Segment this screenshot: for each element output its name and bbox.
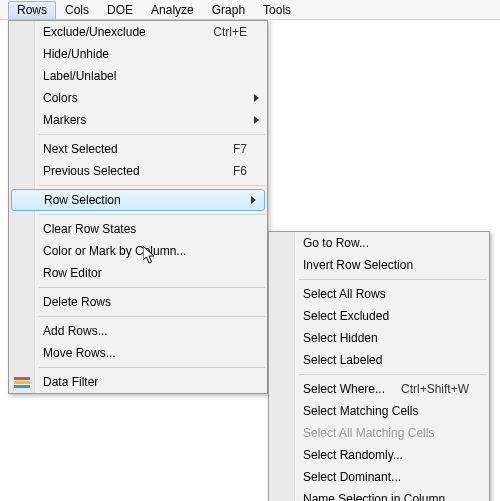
menu-label: Select All Matching Cells xyxy=(303,426,469,440)
menu-item-next-selected[interactable]: Next Selected F7 xyxy=(9,138,267,160)
menu-label: Select Hidden xyxy=(303,331,469,345)
svg-rect-0 xyxy=(14,377,30,380)
menu-label: Row Editor xyxy=(43,266,247,280)
menu-label: Previous Selected xyxy=(43,164,225,178)
menubar-label: Tools xyxy=(263,3,291,17)
chevron-right-icon xyxy=(251,196,256,204)
menu-item-row-selection[interactable]: Row Selection xyxy=(11,189,265,211)
menu-item-label-unlabel[interactable]: Label/Unlabel xyxy=(9,65,267,87)
menu-item-colors[interactable]: Colors xyxy=(9,87,267,109)
menu-item-markers[interactable]: Markers xyxy=(9,109,267,131)
menu-item-invert-row-selection[interactable]: Invert Row Selection xyxy=(269,254,489,276)
menu-label: Select All Rows xyxy=(303,287,469,301)
menu-item-select-labeled[interactable]: Select Labeled xyxy=(269,349,489,371)
svg-rect-1 xyxy=(14,381,30,384)
rows-menu: Exclude/Unexclude Ctrl+E Hide/Unhide Lab… xyxy=(8,20,268,394)
menu-item-go-to-row[interactable]: Go to Row... xyxy=(269,232,489,254)
menu-label: Select Excluded xyxy=(303,309,469,323)
menu-item-select-dominant[interactable]: Select Dominant... xyxy=(269,466,489,488)
svg-rect-2 xyxy=(14,385,30,388)
menubar-item-cols[interactable]: Cols xyxy=(56,1,98,19)
menu-label: Clear Row States xyxy=(43,222,247,236)
menubar-label: Rows xyxy=(17,3,47,17)
menubar-item-rows[interactable]: Rows xyxy=(8,1,56,19)
menu-item-move-rows[interactable]: Move Rows... xyxy=(9,342,267,364)
menu-separator xyxy=(39,185,265,186)
menu-shortcut: F7 xyxy=(233,142,247,156)
menubar-label: Graph xyxy=(212,3,245,17)
menu-separator xyxy=(39,134,265,135)
menu-item-select-hidden[interactable]: Select Hidden xyxy=(269,327,489,349)
menu-item-hide-unhide[interactable]: Hide/Unhide xyxy=(9,43,267,65)
menu-label: Select Dominant... xyxy=(303,470,469,484)
menu-item-previous-selected[interactable]: Previous Selected F6 xyxy=(9,160,267,182)
menu-item-clear-row-states[interactable]: Clear Row States xyxy=(9,218,267,240)
menu-separator xyxy=(299,374,487,375)
menu-item-exclude-unexclude[interactable]: Exclude/Unexclude Ctrl+E xyxy=(9,21,267,43)
menu-label: Row Selection xyxy=(44,193,246,207)
menu-item-delete-rows[interactable]: Delete Rows xyxy=(9,291,267,313)
menu-label: Data Filter xyxy=(43,375,247,389)
menubar-label: DOE xyxy=(107,3,133,17)
menu-label: Select Matching Cells xyxy=(303,404,469,418)
menu-separator xyxy=(39,287,265,288)
menu-label: Color or Mark by Column... xyxy=(43,244,247,258)
menu-item-select-all-rows[interactable]: Select All Rows xyxy=(269,283,489,305)
menubar-item-doe[interactable]: DOE xyxy=(98,1,142,19)
menubar-label: Analyze xyxy=(151,3,194,17)
menu-label: Name Selection in Column... xyxy=(303,492,469,501)
data-filter-icon xyxy=(13,373,31,391)
menu-label: Next Selected xyxy=(43,142,225,156)
menubar-label: Cols xyxy=(65,3,89,17)
menu-item-select-where[interactable]: Select Where... Ctrl+Shift+W xyxy=(269,378,489,400)
menu-label: Hide/Unhide xyxy=(43,47,247,61)
chevron-right-icon xyxy=(254,94,259,102)
menu-separator xyxy=(39,316,265,317)
menu-label: Add Rows... xyxy=(43,324,247,338)
menu-item-select-all-matching-cells: Select All Matching Cells xyxy=(269,422,489,444)
menu-item-select-excluded[interactable]: Select Excluded xyxy=(269,305,489,327)
menu-item-color-or-mark-by-column[interactable]: Color or Mark by Column... xyxy=(9,240,267,262)
menu-label: Move Rows... xyxy=(43,346,247,360)
menu-label: Colors xyxy=(43,91,247,105)
menu-separator xyxy=(39,367,265,368)
menu-label: Exclude/Unexclude xyxy=(43,25,205,39)
menu-item-select-matching-cells[interactable]: Select Matching Cells xyxy=(269,400,489,422)
menu-item-row-editor[interactable]: Row Editor xyxy=(9,262,267,284)
menubar: Rows Cols DOE Analyze Graph Tools xyxy=(0,0,500,20)
menu-label: Go to Row... xyxy=(303,236,469,250)
menu-shortcut: Ctrl+Shift+W xyxy=(401,382,469,396)
menu-separator xyxy=(299,279,487,280)
menu-shortcut: Ctrl+E xyxy=(213,25,247,39)
menu-item-add-rows[interactable]: Add Rows... xyxy=(9,320,267,342)
menu-label: Invert Row Selection xyxy=(303,258,469,272)
menubar-item-graph[interactable]: Graph xyxy=(203,1,254,19)
menu-item-name-selection-in-column[interactable]: Name Selection in Column... xyxy=(269,488,489,501)
menubar-item-analyze[interactable]: Analyze xyxy=(142,1,203,19)
menu-item-select-randomly[interactable]: Select Randomly... xyxy=(269,444,489,466)
menubar-item-tools[interactable]: Tools xyxy=(254,1,300,19)
menu-label: Delete Rows xyxy=(43,295,247,309)
row-selection-submenu: Go to Row... Invert Row Selection Select… xyxy=(268,231,490,501)
menu-label: Select Labeled xyxy=(303,353,469,367)
menu-shortcut: F6 xyxy=(233,164,247,178)
menu-label: Select Where... xyxy=(303,382,393,396)
chevron-right-icon xyxy=(254,116,259,124)
menu-label: Markers xyxy=(43,113,247,127)
menu-item-data-filter[interactable]: Data Filter xyxy=(9,371,267,393)
menu-separator xyxy=(39,214,265,215)
menu-label: Select Randomly... xyxy=(303,448,469,462)
menu-label: Label/Unlabel xyxy=(43,69,247,83)
